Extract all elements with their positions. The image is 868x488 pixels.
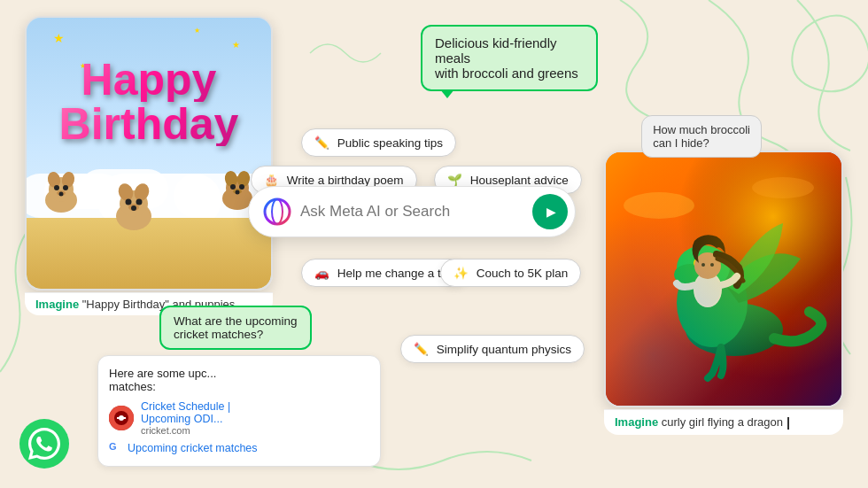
svg-point-37 — [695, 274, 720, 306]
svg-point-44 — [119, 415, 124, 421]
svg-point-21 — [239, 184, 244, 190]
svg-point-24 — [265, 199, 290, 224]
google-g-icon: G — [109, 441, 123, 455]
car-icon: 🚗 — [314, 267, 329, 280]
svg-point-25 — [272, 199, 283, 224]
sparkle-icon: ✨ — [453, 267, 469, 280]
svg-point-13 — [136, 199, 143, 205]
svg-point-15 — [131, 205, 136, 211]
imagine-word-dragon: Imagine — [615, 415, 658, 429]
search-input[interactable] — [300, 203, 532, 221]
cricket-results-card: Here are some upc... matches: Cricket Sc… — [97, 355, 381, 467]
svg-point-20 — [230, 184, 236, 190]
chip-label-public-speaking: Public speaking tips — [337, 136, 443, 150]
whatsapp-logo — [19, 419, 69, 469]
cricket-question-text: What are the upcoming cricket matches? — [174, 314, 298, 341]
svg-point-4 — [54, 185, 59, 190]
plant-icon: 🌱 — [447, 174, 462, 187]
svg-point-32 — [677, 245, 730, 290]
cricket-logo-icon — [109, 406, 134, 430]
chip-label-quantum: Simplify quantum physics — [437, 343, 571, 356]
birthday-text-happy: Happy — [59, 58, 239, 102]
main-container: ★ ★ ★ ★ Happy Birthday — [0, 0, 868, 488]
chip-label-houseplant: Houseplant advice — [470, 174, 569, 187]
birthday-text-birthday: Birthday — [59, 102, 239, 146]
pencil2-icon: ✏️ — [414, 343, 429, 356]
search-bar[interactable] — [248, 186, 576, 237]
svg-point-28 — [624, 192, 694, 219]
cricket-area: What are the upcoming cricket matches? H… — [97, 306, 381, 467]
svg-point-7 — [59, 192, 64, 197]
chip-public-speaking[interactable]: ✏️ Public speaking tips — [301, 128, 456, 157]
meals-text: Delicious kid-friendly meals with brocco… — [435, 35, 578, 81]
search-area — [248, 186, 576, 237]
svg-point-30 — [686, 303, 783, 356]
svg-point-31 — [677, 259, 748, 347]
broccoli-text: How much broccoli can I hide? — [653, 123, 750, 150]
search-submit-button[interactable] — [532, 194, 568, 229]
svg-point-23 — [236, 190, 240, 195]
cake-icon: 🎂 — [264, 174, 279, 187]
cricket-result-item: Cricket Schedule | Upcoming ODI... crick… — [109, 400, 369, 436]
chip-quantum[interactable]: ✏️ Simplify quantum physics — [400, 335, 585, 363]
cricket-link-info: Cricket Schedule | Upcoming ODI... crick… — [141, 400, 230, 436]
meta-ai-logo — [263, 198, 291, 226]
speech-bubble-meals: Delicious kid-friendly meals with brocco… — [421, 25, 598, 91]
svg-point-34 — [694, 258, 704, 268]
svg-point-33 — [674, 264, 706, 285]
google-link-text: Upcoming cricket matches — [128, 442, 258, 454]
speech-bubble-broccoli: How much broccoli can I hide? — [641, 115, 762, 158]
svg-point-38 — [694, 252, 721, 279]
chip-label-birthday-poem: Write a birthday poem — [287, 174, 404, 187]
chip-label-tire: Help me change a tire — [337, 267, 454, 280]
imagine-word-birthday: Imagine — [35, 298, 79, 311]
dragon-imagine-label: Imagine curly girl flying a dragon — [604, 409, 843, 435]
svg-point-36 — [694, 272, 722, 307]
dragon-illustration — [606, 152, 841, 406]
chip-label-couch: Couch to 5K plan — [477, 267, 569, 280]
pencil-icon: ✏️ — [314, 136, 329, 150]
svg-point-39 — [701, 263, 705, 267]
cricket-question-bubble: What are the upcoming cricket matches? — [159, 306, 312, 350]
svg-point-40 — [710, 263, 714, 267]
cricket-result-title: Here are some upc... matches: — [109, 367, 369, 393]
svg-point-45 — [19, 419, 69, 469]
svg-point-5 — [63, 185, 68, 190]
svg-point-35 — [696, 260, 701, 266]
svg-point-29 — [752, 177, 814, 198]
imagine-text-dragon: curly girl flying a dragon — [662, 415, 783, 429]
svg-rect-26 — [606, 152, 841, 406]
chip-couch[interactable]: ✨ Couch to 5K plan — [440, 259, 581, 287]
dragon-card — [604, 151, 843, 407]
text-cursor — [787, 417, 789, 430]
google-upcoming-link[interactable]: G Upcoming cricket matches — [109, 441, 369, 455]
svg-rect-27 — [606, 152, 841, 406]
birthday-card: ★ ★ ★ ★ Happy Birthday — [25, 16, 273, 290]
svg-point-12 — [126, 199, 132, 205]
